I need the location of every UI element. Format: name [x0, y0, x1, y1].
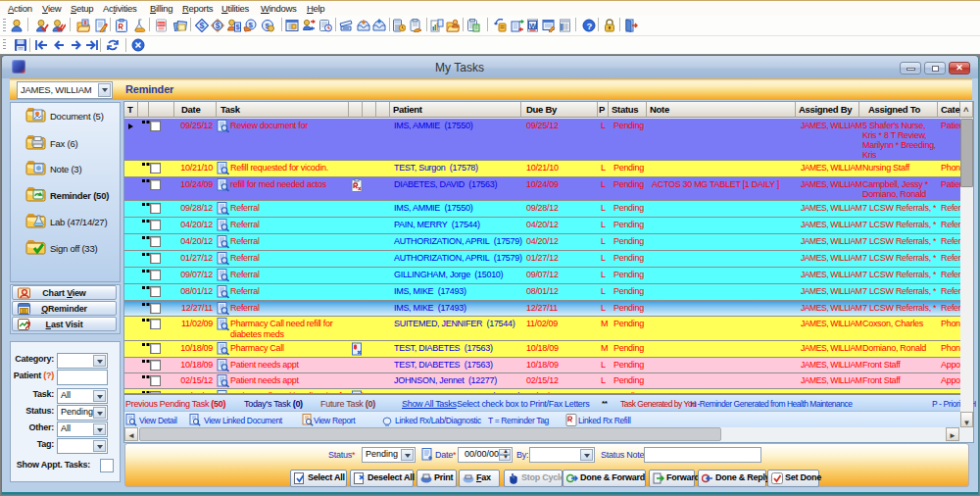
svg-text:DOC: DOC	[158, 23, 166, 26]
svg-text:$: $	[216, 21, 220, 30]
svg-text:$: $	[200, 21, 205, 30]
svg-text:?: ?	[587, 21, 593, 31]
svg-text:W: W	[529, 22, 537, 30]
